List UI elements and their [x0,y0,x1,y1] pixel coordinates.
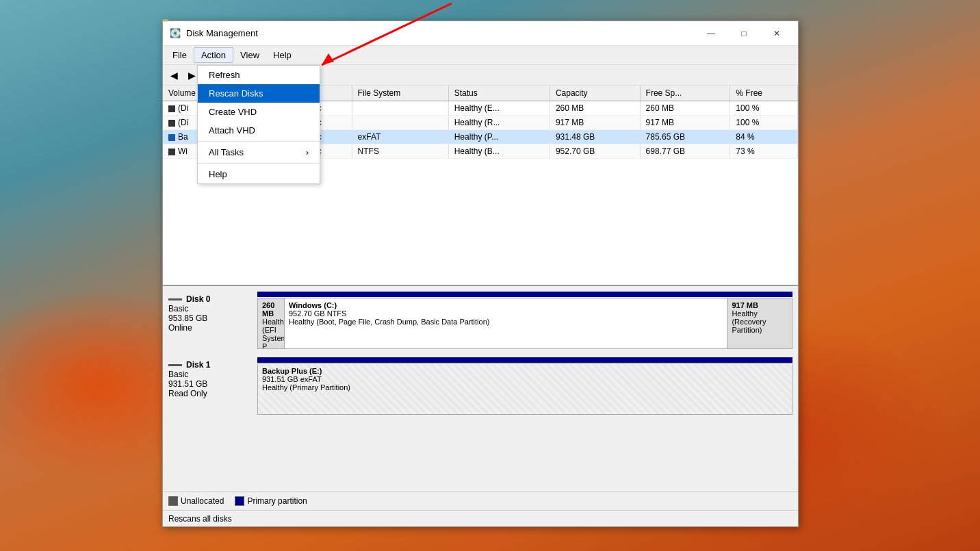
dropdown-item-create-vhd[interactable]: Create VHD [198,103,320,121]
legend-box [168,496,178,506]
dropdown-menu: RefreshRescan DisksCreate VHDAttach VHDA… [197,65,320,184]
disk-partition-visual: 260 MB Healthy (EFI System P Windows (C:… [257,292,792,349]
legend: Unallocated Primary partition [163,491,798,510]
disk-partition-visual: Backup Plus (E:) 931.51 GB exFAT Healthy… [257,357,792,415]
menu-action[interactable]: Action [194,47,233,63]
disk-label: Disk 0 Basic 953.85 GB Online [168,292,257,349]
dropdown-item-attach-vhd[interactable]: Attach VHD [198,121,320,140]
col-free[interactable]: Free Sp... [640,86,730,101]
dropdown-item-refresh[interactable]: Refresh [198,66,320,84]
menu-view[interactable]: View [233,48,266,62]
minimize-button[interactable]: — [695,23,727,44]
dropdown-item-rescan-disks[interactable]: Rescan Disks [198,84,320,103]
col-status[interactable]: Status [448,86,550,101]
back-button[interactable]: ◀ [166,67,182,84]
disk-partition[interactable]: 260 MB Healthy (EFI System P [258,298,285,348]
col-capacity[interactable]: Capacity [550,86,640,101]
status-bar: Rescans all disks [163,510,798,526]
legend-label: Primary partition [247,496,307,506]
legend-label: Unallocated [181,496,224,506]
action-dropdown: RefreshRescan DisksCreate VHDAttach VHDA… [197,65,320,184]
disk-partition[interactable]: Windows (C:) 952.70 GB NTFS Healthy (Boo… [285,298,727,348]
window-title: Disk Management [186,28,695,38]
dropdown-separator [198,141,320,142]
maximize-button[interactable]: □ [728,23,760,44]
dropdown-separator [198,163,320,164]
menu-bar: File Action View Help [163,46,798,65]
disk-partition[interactable]: Backup Plus (E:) 931.51 GB exFAT Healthy… [258,364,792,414]
window-controls: — □ ✕ [695,23,792,44]
legend-item: Unallocated [168,496,224,506]
col-pct-free[interactable]: % Free [730,86,798,101]
disk-row: Disk 1 Basic 931.51 GB Read Only Backup … [168,357,792,415]
dropdown-item-help[interactable]: Help [198,165,320,183]
menu-file[interactable]: File [166,48,194,62]
legend-box [235,496,244,506]
disk-visual-pane: Disk 0 Basic 953.85 GB Online 260 MB Hea… [163,286,798,491]
dropdown-item-all-tasks[interactable]: All Tasks› [198,143,320,162]
title-bar: 💽 Disk Management — □ ✕ [163,21,798,46]
disk-label: Disk 1 Basic 931.51 GB Read Only [168,357,257,415]
status-text: Rescans all disks [168,514,232,524]
menu-help[interactable]: Help [266,48,298,62]
disk-partition[interactable]: 917 MB Healthy (Recovery Partition) [727,298,792,348]
col-filesystem[interactable]: File System [352,86,448,101]
disk-management-window: 💽 Disk Management — □ ✕ File Action View… [162,21,799,527]
app-icon: 💽 [168,27,182,40]
legend-item: Primary partition [235,496,307,506]
close-button[interactable]: ✕ [761,23,792,44]
disk-row: Disk 0 Basic 953.85 GB Online 260 MB Hea… [168,292,792,349]
